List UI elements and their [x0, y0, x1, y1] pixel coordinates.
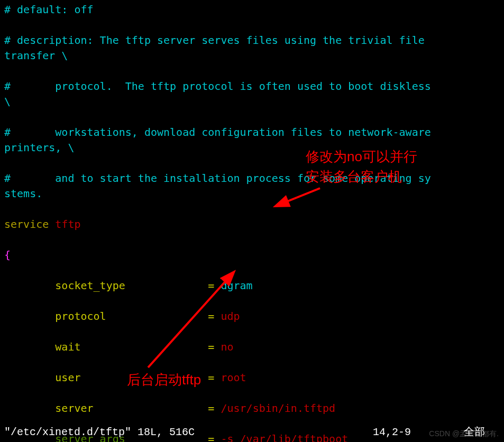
comment-wrap: transfer \ — [4, 49, 68, 62]
cfg-val: udp — [221, 310, 240, 323]
comment-line: # and to start the installation process … — [4, 172, 431, 185]
cfg-key: protocol — [55, 310, 106, 323]
comment-wrap: stems. — [4, 187, 42, 200]
comment-wrap: \ — [4, 95, 11, 108]
eq: = — [208, 279, 214, 292]
keyword-service: service — [4, 218, 49, 231]
eq: = — [208, 402, 214, 415]
cfg-val: root — [221, 371, 246, 384]
eq: = — [208, 310, 214, 323]
eq: = — [208, 371, 214, 384]
service-name: tftp — [55, 218, 80, 231]
status-pos: 14,2-9 — [373, 425, 411, 440]
eq: = — [208, 340, 214, 353]
cfg-val: dgram — [221, 279, 252, 292]
cfg-val: no — [221, 340, 233, 353]
cfg-key: user — [55, 371, 80, 384]
comment-line: # default: off — [4, 3, 94, 16]
cfg-key: server — [55, 402, 93, 415]
vim-status-bar: "/etc/xinetd.d/tftp" 18L, 516C 14,2-9 全部 — [4, 425, 500, 440]
cfg-key: socket_type — [55, 279, 125, 292]
brace-open: { — [4, 248, 11, 261]
cfg-val: /usr/sbin/in.tftpd — [221, 402, 335, 415]
terminal-editor[interactable]: # default: off # description: The tftp s… — [4, 2, 500, 442]
comment-line: # protocol. The tftp protocol is often u… — [4, 80, 437, 93]
comment-line: # description: The tftp server serves fi… — [4, 34, 431, 47]
cfg-key: wait — [55, 340, 80, 353]
status-file: "/etc/xinetd.d/tftp" 18L, 516C — [4, 425, 195, 440]
comment-line: # workstations, download configuration f… — [4, 126, 437, 139]
watermark: CSDN @孟里啥都有. — [429, 428, 499, 439]
comment-wrap: printers, \ — [4, 141, 74, 154]
